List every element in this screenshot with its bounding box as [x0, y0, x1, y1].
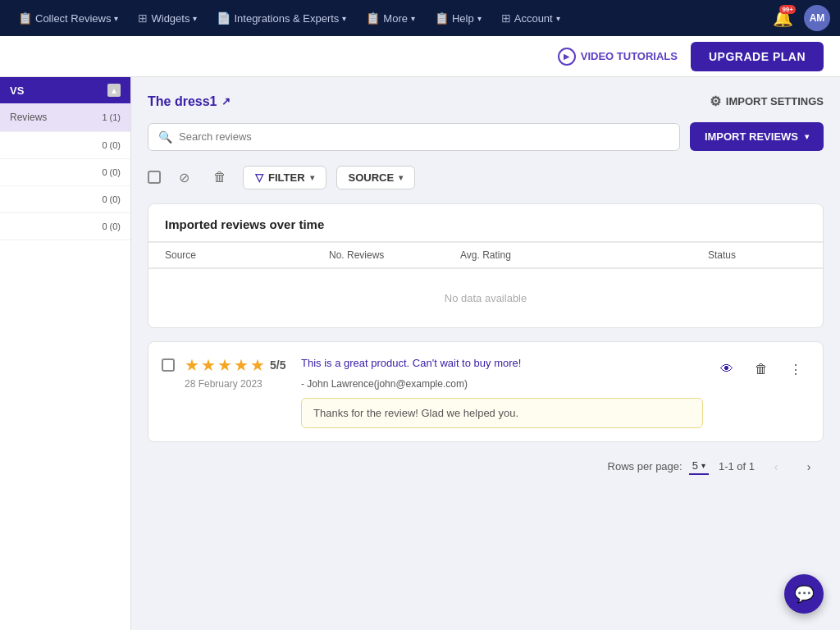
gear-icon: ⚙ — [710, 94, 721, 109]
pagination-row: Rows per page: 5 ▾ 1-1 of 1 ‹ › — [148, 442, 824, 485]
prev-page-button[interactable]: ‹ — [765, 455, 788, 478]
collect-reviews-icon: 📋 — [18, 11, 32, 25]
star-1: ★ — [185, 355, 199, 375]
filter-row: ⊘ 🗑 ▽ FILTER ▾ SOURCE ▾ — [148, 164, 824, 190]
review-date: 28 February 2023 — [185, 378, 262, 390]
play-circle-icon: ▶ — [558, 48, 576, 66]
chevron-down-icon: ▾ — [310, 173, 314, 182]
sidebar-item-3[interactable]: 0 (0) — [0, 186, 130, 213]
user-avatar[interactable]: AM — [804, 5, 830, 31]
delete-action-button[interactable]: 🗑 — [207, 164, 233, 190]
star-rating: ★ ★ ★ ★ ★ 5/5 — [185, 355, 285, 375]
import-settings-label: IMPORT SETTINGS — [726, 95, 824, 107]
col-no-reviews: No. Reviews — [329, 249, 460, 261]
source-button[interactable]: SOURCE ▾ — [336, 166, 416, 189]
widgets-icon: ⊞ — [138, 11, 148, 25]
upgrade-plan-button[interactable]: UPGRADE PLAN — [691, 42, 824, 71]
notifications-bell[interactable]: 🔔 99+ — [768, 3, 797, 33]
search-row: 🔍 IMPORT REVIEWS ▾ — [148, 122, 824, 151]
sidebar-item-4-count: 0 (0) — [102, 221, 121, 231]
delete-icon: 🗑 — [213, 170, 226, 185]
product-name: The dress1 — [148, 94, 217, 109]
chat-bubble-button[interactable]: 💬 — [784, 574, 824, 614]
more-options-button[interactable]: ⋮ — [782, 355, 810, 383]
view-review-button[interactable]: 👁 — [713, 355, 741, 383]
chat-icon: 💬 — [794, 584, 815, 604]
rows-per-page-label: Rows per page: — [608, 460, 682, 472]
review-card: ★ ★ ★ ★ ★ 5/5 28 February 2023 This is a… — [148, 341, 824, 442]
review-text: This is a great product. Can't wait to b… — [301, 355, 703, 372]
sidebar-reviews-count: 1 (1) — [102, 112, 121, 122]
filter-label: FILTER — [268, 171, 305, 184]
sidebar-item-2-count: 0 (0) — [102, 167, 121, 177]
chevron-left-icon: ‹ — [774, 460, 778, 473]
search-box: 🔍 — [148, 123, 680, 151]
main-layout: VS ▲ Reviews 1 (1) 0 (0) 0 (0) 0 (0) 0 (… — [0, 77, 840, 630]
import-settings-button[interactable]: ⚙ IMPORT SETTINGS — [710, 94, 824, 109]
import-reviews-button[interactable]: IMPORT REVIEWS ▾ — [690, 122, 824, 151]
hide-icon: ⊘ — [179, 170, 189, 185]
video-tutorials-label: VIDEO TUTORIALS — [581, 50, 678, 62]
chevron-down-icon: ▾ — [477, 14, 482, 23]
rows-per-page-select[interactable]: 5 ▾ — [689, 458, 709, 475]
integrations-icon: 📄 — [217, 11, 231, 25]
import-reviews-label: IMPORT REVIEWS — [705, 130, 798, 143]
imported-reviews-table: Imported reviews over time Source No. Re… — [148, 203, 824, 328]
chevron-down-icon: ▾ — [114, 14, 118, 23]
col-source: Source — [165, 249, 329, 261]
rows-value: 5 — [692, 459, 698, 472]
video-tutorials-button[interactable]: ▶ VIDEO TUTORIALS — [558, 48, 678, 66]
star-5: ★ — [250, 355, 265, 375]
sidebar-item-1[interactable]: 0 (0) — [0, 132, 130, 159]
sidebar-item-3-count: 0 (0) — [102, 194, 121, 204]
page-info: 1-1 of 1 — [719, 460, 755, 472]
account-icon: ⊞ — [501, 11, 511, 25]
filter-button[interactable]: ▽ FILTER ▾ — [243, 166, 326, 189]
rating-value: 5/5 — [270, 358, 285, 372]
nav-widgets[interactable]: ⊞ Widgets ▾ — [130, 7, 205, 30]
toolbar: ▶ VIDEO TUTORIALS UPGRADE PLAN — [0, 36, 840, 77]
sidebar-reviews-label: Reviews — [10, 112, 47, 123]
nav-help[interactable]: 📋 Help ▾ — [427, 7, 490, 30]
select-all-checkbox[interactable] — [148, 171, 161, 184]
sidebar-item-2[interactable]: 0 (0) — [0, 159, 130, 186]
table-header-row: Source No. Reviews Avg. Rating Status — [148, 242, 823, 268]
star-4: ★ — [234, 355, 249, 375]
sidebar: VS ▲ Reviews 1 (1) 0 (0) 0 (0) 0 (0) 0 (… — [0, 77, 131, 630]
sidebar-item-4[interactable]: 0 (0) — [0, 213, 130, 240]
main-content: The dress1 ↗ ⚙ IMPORT SETTINGS 🔍 IMPORT … — [131, 77, 840, 630]
trash-icon: 🗑 — [755, 362, 768, 377]
review-actions: 👁 🗑 ⋮ — [713, 355, 810, 383]
help-icon: 📋 — [435, 11, 449, 25]
next-page-button[interactable]: › — [797, 455, 820, 478]
nav-account-label: Account — [514, 12, 553, 25]
main-header: The dress1 ↗ ⚙ IMPORT SETTINGS — [148, 94, 824, 109]
sidebar-scroll-up[interactable]: ▲ — [107, 84, 121, 97]
star-3: ★ — [217, 355, 232, 375]
table-empty-message: No data available — [148, 269, 823, 327]
reviewer-name: - John Lawrence(john@example.com) — [301, 378, 703, 390]
nav-collect-reviews-label: Collect Reviews — [35, 12, 111, 25]
more-vertical-icon: ⋮ — [789, 362, 802, 377]
nav-integrations[interactable]: 📄 Integrations & Experts ▾ — [208, 7, 354, 30]
search-input[interactable] — [179, 130, 669, 143]
product-title[interactable]: The dress1 ↗ — [148, 94, 231, 109]
eye-icon: 👁 — [720, 362, 733, 377]
search-icon: 🔍 — [158, 130, 172, 144]
chevron-down-icon: ▾ — [399, 173, 403, 182]
external-link-icon: ↗ — [221, 95, 231, 107]
col-avg-rating: Avg. Rating — [460, 249, 708, 261]
rows-per-page: Rows per page: 5 ▾ — [608, 458, 709, 475]
nav-integrations-label: Integrations & Experts — [234, 12, 339, 25]
nav-account[interactable]: ⊞ Account ▾ — [493, 7, 568, 30]
nav-more[interactable]: 📋 More ▾ — [358, 7, 423, 30]
hide-action-button[interactable]: ⊘ — [171, 164, 197, 190]
sidebar-item-reviews[interactable]: Reviews 1 (1) — [0, 103, 130, 132]
chevron-down-icon: ▾ — [193, 14, 197, 23]
chevron-down-icon: ▾ — [805, 132, 809, 141]
review-checkbox[interactable] — [162, 358, 175, 372]
nav-widgets-label: Widgets — [151, 12, 189, 25]
nav-collect-reviews[interactable]: 📋 Collect Reviews ▾ — [10, 7, 126, 30]
chevron-down-icon: ▾ — [411, 14, 415, 23]
delete-review-button[interactable]: 🗑 — [747, 355, 775, 383]
